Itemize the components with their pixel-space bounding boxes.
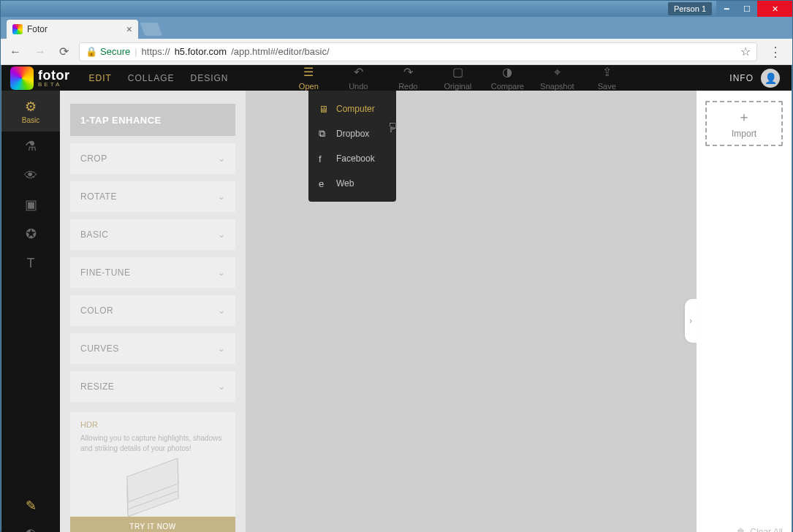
panel-curves[interactable]: CURVES⌄: [70, 333, 235, 364]
open-from-web[interactable]: e Web: [308, 171, 396, 196]
hdr-promo-card: HDR Allowing you to capture highlights, …: [70, 412, 235, 532]
chevron-down-icon: ⌄: [218, 229, 226, 240]
nav-collage[interactable]: COLLAGE: [128, 73, 175, 83]
user-icon: 👤: [764, 72, 777, 84]
tool-snapshot[interactable]: ⌖ Snapshot: [534, 65, 580, 91]
url-scheme: https://: [142, 46, 170, 57]
person-badge[interactable]: Person 1: [668, 2, 712, 15]
browser-tab[interactable]: Fotor ×: [7, 20, 138, 39]
lock-icon: 🔒 Secure: [86, 46, 130, 57]
chevron-down-icon: ⌄: [218, 153, 226, 164]
chevron-down-icon: ⌄: [218, 343, 226, 354]
window-maximize-button[interactable]: ☐: [737, 1, 757, 17]
tab-title: Fotor: [27, 24, 48, 34]
sticker-icon: ✪: [26, 226, 37, 242]
open-from-facebook[interactable]: f Facebook: [308, 146, 396, 171]
bookmark-star-icon[interactable]: ☆: [740, 45, 751, 58]
text-icon: T: [27, 256, 35, 271]
fotor-logo[interactable]: fotor BETA: [10, 66, 69, 90]
eye-icon: 👁: [24, 168, 37, 183]
rail-basic[interactable]: ⚙ Basic: [1, 91, 60, 132]
right-panel: ＋ Import 🗑 Clear All: [697, 91, 792, 532]
rail-text[interactable]: T: [1, 248, 60, 278]
tool-save[interactable]: ⇪ Save: [583, 65, 630, 91]
undo-icon: ↶: [354, 65, 363, 79]
open-dropdown-menu: 🖥 Computer ⧉ Dropbox f Facebook e Web ☟: [308, 91, 396, 202]
snapshot-icon: ⌖: [554, 66, 561, 79]
hdr-try-button[interactable]: TRY IT NOW: [70, 517, 235, 532]
fotor-favicon: [12, 24, 23, 34]
chevron-down-icon: ⌄: [218, 267, 226, 278]
redo-icon: ↷: [403, 65, 413, 79]
address-bar[interactable]: 🔒 Secure | https://h5.fotor.com/app.html…: [79, 42, 757, 61]
dropbox-icon: ⧉: [319, 128, 329, 140]
moon-icon[interactable]: ◐: [25, 525, 37, 532]
chevron-down-icon: ⌄: [218, 305, 226, 316]
tool-redo[interactable]: ↷ Redo: [384, 65, 431, 91]
logo-mark-icon: [10, 66, 34, 90]
chevron-down-icon: ⌄: [218, 381, 226, 392]
tool-original[interactable]: ▢ Original: [434, 65, 481, 91]
one-tap-enhance-button[interactable]: 1-TAP ENHANCE: [70, 104, 235, 136]
url-path: /app.html#/editor/basic/: [231, 46, 329, 57]
tab-close-icon[interactable]: ×: [126, 23, 132, 35]
panel-crop[interactable]: CROP⌄: [70, 143, 235, 174]
reload-button[interactable]: ⟳: [56, 42, 72, 61]
panel-finetune[interactable]: FINE-TUNE⌄: [70, 257, 235, 288]
new-tab-button[interactable]: [140, 23, 163, 36]
plus-icon: ＋: [737, 108, 751, 126]
panel-rotate[interactable]: ROTATE⌄: [70, 181, 235, 212]
sliders-icon: ⚙: [25, 99, 37, 115]
rail-beauty[interactable]: 👁: [1, 161, 60, 190]
hdr-description: Allowing you to capture highlights, shad…: [80, 434, 221, 452]
forward-button[interactable]: →: [31, 42, 49, 61]
nav-design[interactable]: DESIGN: [191, 73, 229, 83]
tool-open[interactable]: ☰ Open: [285, 65, 332, 91]
tools-panel: 1-TAP ENHANCE CROP⌄ ROTATE⌄ BASIC⌄ FINE-…: [60, 91, 246, 532]
main-nav: EDIT COLLAGE DESIGN: [88, 73, 228, 83]
logo-text: fotor: [38, 69, 69, 82]
hdr-layers-icon: [116, 460, 189, 511]
user-avatar[interactable]: 👤: [761, 69, 780, 88]
window-minimize-button[interactable]: ━: [716, 1, 737, 17]
info-link[interactable]: INFO: [729, 73, 754, 83]
rail-stickers[interactable]: ✪: [1, 219, 60, 248]
hdr-title: HDR: [80, 419, 225, 430]
trash-icon: 🗑: [737, 527, 745, 532]
url-host: h5.fotor.com: [175, 46, 227, 57]
left-icon-rail: ⚙ Basic ⚗ 👁 ▣ ✪ T ✎ ◐: [1, 91, 60, 532]
open-from-computer[interactable]: 🖥 Computer: [308, 96, 396, 121]
panel-resize[interactable]: RESIZE⌄: [70, 371, 235, 402]
edit-square-icon[interactable]: ✎: [26, 498, 37, 514]
open-icon: ☰: [303, 65, 314, 79]
browser-menu-icon[interactable]: ⋮: [764, 44, 786, 60]
window-titlebar: Person 1 ━ ☐ ✕: [1, 1, 792, 17]
frame-icon: ▣: [25, 197, 37, 213]
panel-color[interactable]: COLOR⌄: [70, 295, 235, 326]
original-icon: ▢: [452, 65, 463, 79]
compare-icon: ◑: [502, 65, 512, 79]
flask-icon: ⚗: [25, 138, 37, 154]
browser-tab-strip: Fotor ×: [1, 17, 792, 39]
rail-frames[interactable]: ▣: [1, 190, 60, 219]
rail-effects[interactable]: ⚗: [1, 132, 60, 161]
save-icon: ⇪: [602, 65, 612, 79]
open-from-dropbox[interactable]: ⧉ Dropbox: [308, 121, 396, 146]
web-icon: e: [319, 178, 329, 189]
panel-basic[interactable]: BASIC⌄: [70, 219, 235, 250]
tool-undo[interactable]: ↶ Undo: [335, 65, 382, 91]
window-close-button[interactable]: ✕: [757, 1, 792, 17]
monitor-icon: 🖥: [319, 104, 329, 115]
clear-all-button[interactable]: 🗑 Clear All: [705, 527, 783, 532]
logo-subtext: BETA: [38, 82, 69, 88]
right-panel-toggle[interactable]: ›: [685, 299, 697, 343]
chevron-down-icon: ⌄: [218, 191, 226, 202]
tool-compare[interactable]: ◑ Compare: [484, 65, 531, 91]
facebook-icon: f: [319, 153, 329, 164]
nav-edit[interactable]: EDIT: [88, 73, 111, 83]
app-header: fotor BETA EDIT COLLAGE DESIGN ☰ Open ↶ …: [1, 65, 792, 91]
browser-toolbar: ← → ⟳ 🔒 Secure | https://h5.fotor.com/ap…: [1, 39, 792, 65]
import-button[interactable]: ＋ Import: [705, 101, 783, 146]
back-button[interactable]: ←: [7, 42, 24, 61]
